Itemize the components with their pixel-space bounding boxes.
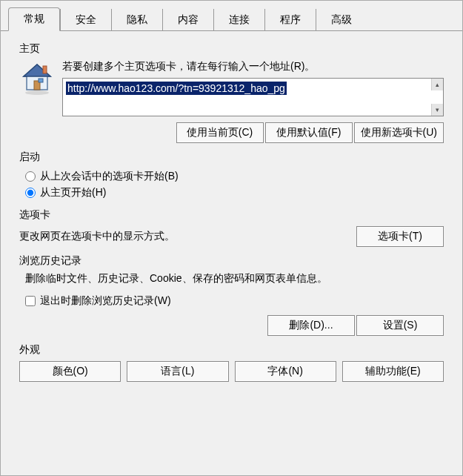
content-panel: 主页 若要创建多个主页选项卡，请在每行输入一个地址(R)。 htt	[1, 31, 462, 400]
startup-label: 启动	[19, 151, 444, 164]
svg-rect-4	[39, 79, 43, 82]
startup-section: 启动 从上次会话中的选项卡开始(B) 从主页开始(H)	[19, 151, 444, 201]
startup-last-session-radio[interactable]: 从上次会话中的选项卡开始(B)	[25, 168, 444, 185]
delete-on-exit-label: 退出时删除浏览历史记录(W)	[40, 294, 171, 308]
radio-input[interactable]	[25, 188, 36, 198]
startup-last-session-label: 从上次会话中的选项卡开始(B)	[40, 170, 179, 183]
homepage-label: 主页	[19, 42, 444, 56]
svg-rect-5	[43, 66, 47, 73]
svg-point-0	[25, 90, 49, 95]
use-default-button[interactable]: 使用默认值(F)	[265, 122, 353, 143]
languages-button[interactable]: 语言(L)	[127, 361, 228, 382]
colors-button[interactable]: 颜色(O)	[19, 361, 121, 382]
startup-homepage-label: 从主页开始(H)	[40, 186, 106, 199]
tab-advanced[interactable]: 高级	[316, 9, 367, 31]
tab-bar: 常规 安全 隐私 内容 连接 程序 高级	[1, 1, 462, 31]
radio-input[interactable]	[25, 171, 36, 182]
tab-general[interactable]: 常规	[8, 7, 60, 31]
checkbox-input[interactable]	[25, 296, 36, 306]
homepage-hint: 若要创建多个主页选项卡，请在每行输入一个地址(R)。	[62, 60, 444, 73]
tabs-desc: 更改网页在选项卡中的显示方式。	[19, 230, 175, 243]
history-desc: 删除临时文件、历史记录、Cookie、保存的密码和网页表单信息。	[25, 272, 444, 285]
tab-privacy[interactable]: 隐私	[111, 9, 162, 31]
tab-connections[interactable]: 连接	[213, 9, 264, 31]
tab-programs[interactable]: 程序	[264, 9, 316, 31]
use-new-tab-button[interactable]: 使用新选项卡(U)	[354, 122, 444, 143]
use-current-page-button[interactable]: 使用当前页(C)	[176, 122, 264, 143]
startup-homepage-radio[interactable]: 从主页开始(H)	[25, 185, 444, 201]
tabs-section: 选项卡 更改网页在选项卡中的显示方式。 选项卡(T)	[19, 208, 444, 247]
scroll-up-icon[interactable]: ▴	[431, 79, 443, 90]
appearance-section: 外观 颜色(O) 语言(L) 字体(N) 辅助功能(E)	[19, 343, 444, 382]
homepage-url-textarea[interactable]: http://www.hao123.com/?tn=93921312_hao_p…	[62, 78, 444, 116]
delete-on-exit-checkbox[interactable]: 退出时删除浏览历史记录(W)	[25, 293, 444, 309]
tab-security[interactable]: 安全	[60, 9, 111, 31]
history-label: 浏览历史记录	[19, 254, 444, 268]
homepage-url-value: http://www.hao123.com/?tn=93921312_hao_p…	[66, 82, 287, 95]
internet-options-dialog: 常规 安全 隐私 内容 连接 程序 高级 主页	[0, 0, 463, 476]
scroll-down-icon[interactable]: ▾	[431, 104, 443, 116]
tabs-label: 选项卡	[19, 208, 444, 222]
home-icon	[19, 60, 55, 96]
homepage-section: 主页 若要创建多个主页选项卡，请在每行输入一个地址(R)。 htt	[19, 42, 444, 143]
tabs-settings-button[interactable]: 选项卡(T)	[356, 226, 444, 247]
appearance-label: 外观	[19, 343, 444, 357]
history-section: 浏览历史记录 删除临时文件、历史记录、Cookie、保存的密码和网页表单信息。 …	[19, 254, 444, 336]
tab-content[interactable]: 内容	[162, 9, 213, 31]
fonts-button[interactable]: 字体(N)	[235, 361, 336, 382]
accessibility-button[interactable]: 辅助功能(E)	[342, 361, 444, 382]
history-settings-button[interactable]: 设置(S)	[356, 315, 444, 336]
delete-history-button[interactable]: 删除(D)...	[267, 315, 355, 336]
